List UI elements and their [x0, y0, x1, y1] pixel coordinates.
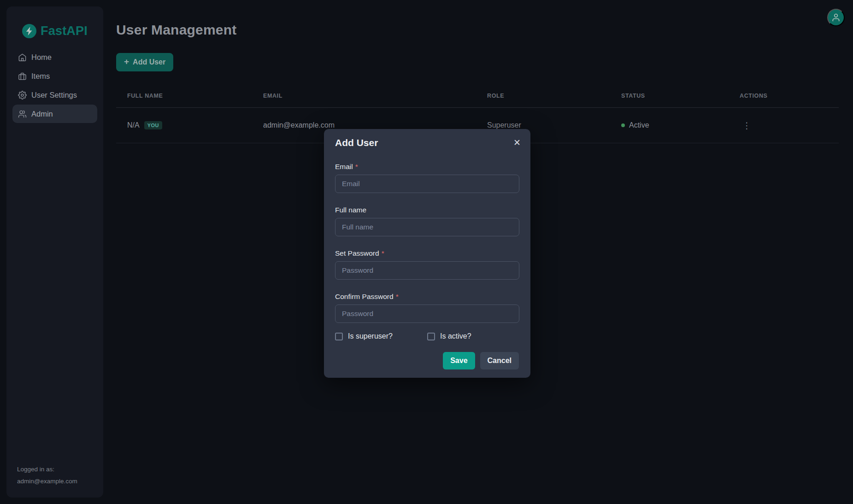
- table-header: Full Name Email Role Status Actions: [116, 88, 839, 108]
- page-title: User Management: [116, 22, 839, 38]
- sidebar-item-user-settings[interactable]: User Settings: [12, 86, 97, 104]
- column-header-actions: Actions: [729, 88, 839, 107]
- email-label: Email*: [335, 163, 519, 171]
- main-content: User Management + Add User Full Name Ema…: [116, 0, 839, 143]
- sidebar-item-home[interactable]: Home: [12, 48, 97, 66]
- set-password-field[interactable]: [335, 261, 519, 280]
- status-dot: [621, 123, 625, 127]
- sidebar-item-label: Home: [31, 53, 52, 62]
- full-name-label: Full name: [335, 206, 519, 214]
- sidebar-item-label: User Settings: [31, 91, 77, 100]
- app-logo-text: FastAPI: [41, 24, 88, 38]
- sidebar-nav: Home Items User Settings: [6, 48, 103, 123]
- add-user-button[interactable]: + Add User: [116, 53, 173, 71]
- sidebar-item-label: Admin: [31, 110, 53, 118]
- logged-in-label: Logged in as:: [17, 463, 77, 475]
- required-marker: *: [382, 249, 384, 257]
- cell-actions: ⋮: [729, 108, 839, 143]
- you-badge: YOU: [144, 121, 162, 129]
- cell-status: Active: [610, 108, 729, 143]
- set-password-label: Set Password*: [335, 249, 519, 258]
- confirm-password-field[interactable]: [335, 305, 519, 323]
- cell-full-name: N/A YOU: [116, 108, 252, 143]
- column-header-email: Email: [252, 88, 476, 107]
- confirm-password-label: Confirm Password*: [335, 293, 519, 301]
- cancel-button[interactable]: Cancel: [480, 352, 519, 369]
- gear-icon: [18, 91, 27, 100]
- add-user-button-label: Add User: [133, 58, 165, 66]
- sidebar-item-admin[interactable]: Admin: [12, 105, 97, 123]
- app-logo: FastAPI: [6, 23, 103, 39]
- full-name-field[interactable]: [335, 218, 519, 236]
- full-name-value: N/A: [127, 121, 140, 129]
- email-label-text: Email: [335, 163, 353, 170]
- row-actions-menu-button[interactable]: ⋮: [740, 119, 754, 132]
- is-active-group: Is active?: [427, 332, 519, 340]
- home-icon: [18, 53, 27, 62]
- users-icon: [18, 110, 27, 118]
- column-header-status: Status: [610, 88, 729, 107]
- is-active-label: Is active?: [440, 332, 471, 340]
- sidebar-item-items[interactable]: Items: [12, 67, 97, 85]
- column-header-role: Role: [476, 88, 610, 107]
- close-icon[interactable]: ✕: [510, 135, 524, 149]
- fastapi-bolt-icon: [22, 24, 36, 38]
- is-active-checkbox[interactable]: [427, 333, 435, 340]
- sidebar-item-label: Items: [31, 72, 50, 81]
- save-button[interactable]: Save: [443, 352, 475, 369]
- logged-in-info: Logged in as: admin@example.com: [17, 463, 77, 487]
- modal-title: Add User: [335, 137, 519, 148]
- add-user-modal: Add User ✕ Email* Full name Set Password…: [324, 129, 530, 378]
- modal-checkbox-row: Is superuser? Is active?: [335, 332, 519, 340]
- confirm-password-label-text: Confirm Password: [335, 293, 394, 300]
- is-superuser-group: Is superuser?: [335, 332, 427, 340]
- plus-icon: +: [124, 57, 129, 67]
- set-password-label-text: Set Password: [335, 249, 379, 257]
- briefcase-icon: [18, 72, 27, 81]
- is-superuser-label: Is superuser?: [348, 332, 393, 340]
- required-marker: *: [355, 163, 358, 170]
- is-superuser-checkbox[interactable]: [335, 333, 343, 340]
- modal-buttons: Save Cancel: [443, 352, 519, 369]
- column-header-full-name: Full Name: [116, 88, 252, 107]
- required-marker: *: [396, 293, 399, 300]
- sidebar: FastAPI Home Items: [6, 6, 103, 498]
- full-name-label-text: Full name: [335, 206, 366, 214]
- logged-in-email: admin@example.com: [17, 475, 77, 487]
- email-field[interactable]: [335, 175, 519, 193]
- status-value: Active: [629, 121, 649, 129]
